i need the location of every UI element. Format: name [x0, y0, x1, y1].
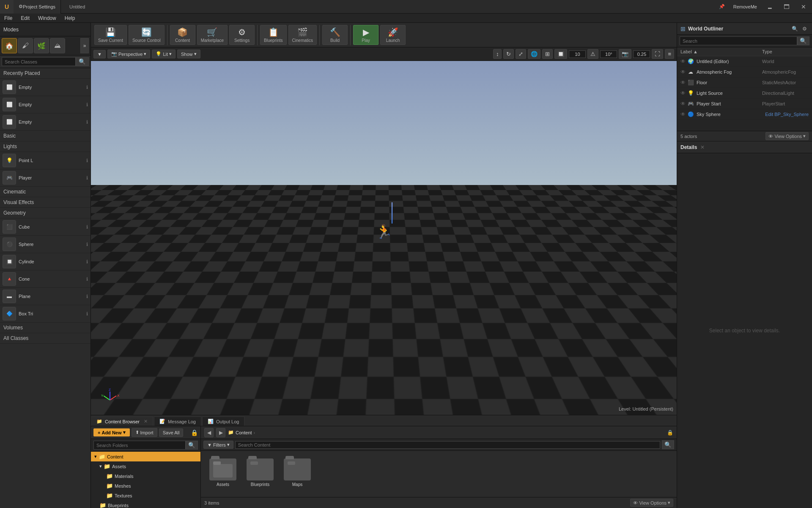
category-basic[interactable]: Basic: [0, 131, 91, 141]
tab-output-log[interactable]: 📊 Output Log: [202, 417, 244, 426]
wo-search-icon[interactable]: 🔍: [790, 25, 800, 33]
search-classes-button[interactable]: 🔍: [76, 57, 89, 66]
list-item[interactable]: ▬ Plane ℹ: [0, 288, 91, 305]
content-browser-close[interactable]: ✕: [144, 419, 148, 424]
menu-help[interactable]: Help: [60, 15, 80, 21]
wo-eye-player[interactable]: 👁: [680, 101, 686, 107]
lit-button[interactable]: 💡 Lit ▾: [152, 50, 176, 58]
foliage-mode-icon[interactable]: 🌿: [34, 38, 49, 53]
rotate-icon[interactable]: ↻: [503, 49, 514, 59]
item-info-1[interactable]: ℹ: [86, 85, 88, 90]
wo-view-options-button[interactable]: 👁 View Options ▾: [765, 132, 809, 140]
content-search-button[interactable]: 🔍: [662, 440, 674, 449]
list-item[interactable]: ⬜ Empty ℹ: [0, 96, 91, 113]
search-classes-input[interactable]: [2, 57, 76, 66]
wo-type-sky[interactable]: Edit BP_Sky_Sphere: [765, 112, 809, 117]
item-info-cylinde[interactable]: ℹ: [86, 259, 88, 265]
surface-icon[interactable]: 🔲: [554, 49, 567, 59]
list-item[interactable]: ⬜ Empty ℹ: [0, 113, 91, 131]
grid-icon[interactable]: ⊞: [542, 49, 553, 59]
tree-item-content[interactable]: ▾ 📁 Content: [91, 452, 200, 461]
project-settings-button[interactable]: ⚙ Project Settings: [14, 0, 61, 14]
list-item[interactable]: 🔲 Cylinde ℹ: [0, 253, 91, 271]
minimize-button[interactable]: 🗕: [761, 0, 778, 14]
save-all-button[interactable]: Save All: [159, 428, 184, 437]
list-item[interactable]: 🎮 Player ℹ: [0, 169, 91, 187]
world-icon[interactable]: 🌐: [528, 49, 540, 59]
angle-value[interactable]: 10°: [600, 50, 617, 58]
content-folder-assets[interactable]: Assets: [206, 456, 240, 489]
viewport-3d[interactable]: 🏃 X Y Z Level: Untitled (Persistent): [91, 61, 677, 415]
item-info-cube[interactable]: ℹ: [86, 224, 88, 230]
wo-item-light-source[interactable]: 👁 💡 Light Source DirectionalLight: [677, 88, 812, 99]
tree-item-assets[interactable]: ▾ 📁 Assets: [91, 461, 200, 471]
category-volumes[interactable]: Volumes: [0, 323, 91, 333]
folder-search-button[interactable]: 🔍: [186, 441, 198, 450]
landscape-mode-icon[interactable]: ⛰: [50, 38, 65, 53]
wo-eye-floor[interactable]: 👁: [680, 80, 686, 86]
close-button[interactable]: ✕: [795, 0, 812, 14]
category-visual-effects[interactable]: Visual Effects: [0, 197, 91, 208]
list-item[interactable]: 🔺 Cone ℹ: [0, 271, 91, 288]
paint-mode-icon[interactable]: 🖌: [18, 38, 33, 53]
tab-message-log[interactable]: 📝 Message Log: [154, 417, 201, 426]
details-close-button[interactable]: ✕: [700, 144, 705, 150]
category-all-classes[interactable]: All Classes: [0, 333, 91, 344]
tab-content-browser[interactable]: 📁 Content Browser ✕: [91, 417, 153, 426]
scale-icon[interactable]: ⤢: [516, 49, 526, 59]
wo-eye-untitled[interactable]: 👁: [680, 58, 686, 64]
maximize-button[interactable]: 🗖: [778, 0, 795, 14]
wo-eye-sky[interactable]: 👁: [680, 111, 686, 117]
list-item[interactable]: 💡 Point L ℹ: [0, 152, 91, 169]
nav-forward-button[interactable]: ▶: [216, 428, 225, 437]
pin-button[interactable]: 📌: [715, 4, 729, 9]
tree-item-materials[interactable]: 📁 Materials: [91, 471, 200, 481]
build-button[interactable]: 🔨 Build: [322, 25, 348, 45]
list-item[interactable]: ⬜ Empty ℹ: [0, 79, 91, 96]
item-info-3[interactable]: ℹ: [86, 119, 88, 125]
camera-icon[interactable]: 📷: [619, 49, 631, 59]
item-info-player[interactable]: ℹ: [86, 175, 88, 181]
settings-vp-icon[interactable]: ≡: [665, 49, 674, 59]
tree-item-meshes[interactable]: 📁 Meshes: [91, 481, 200, 491]
play-button[interactable]: ▶ Play: [353, 25, 379, 45]
list-item[interactable]: ⬛ Cube ℹ: [0, 218, 91, 236]
wo-item-player-start[interactable]: 👁 🎮 Player Start PlayerStart: [677, 99, 812, 109]
wo-search-button[interactable]: 🔍: [797, 36, 809, 45]
source-control-button[interactable]: 🔄 Source Control: [129, 25, 165, 45]
wo-eye-light[interactable]: 👁: [680, 90, 686, 96]
category-lights[interactable]: Lights: [0, 141, 91, 152]
item-info-plane[interactable]: ℹ: [86, 294, 88, 299]
angle-icon[interactable]: ⚠: [587, 49, 598, 59]
category-recently-placed[interactable]: Recently Placed: [0, 68, 91, 79]
tree-item-textures[interactable]: 📁 Textures: [91, 491, 200, 500]
snap-grid-value[interactable]: 10: [569, 50, 586, 58]
maximize-viewport-icon[interactable]: ⛶: [652, 49, 663, 59]
content-button[interactable]: 📦 Content: [170, 25, 195, 45]
translate-icon[interactable]: ↕: [493, 49, 502, 59]
show-button[interactable]: Show ▾: [177, 50, 200, 58]
menu-window[interactable]: Window: [34, 15, 60, 21]
item-info-pl[interactable]: ℹ: [86, 158, 88, 163]
perspective-button[interactable]: 📷 Perspective ▾: [107, 50, 150, 58]
menu-edit[interactable]: Edit: [16, 15, 34, 21]
category-geometry[interactable]: Geometry: [0, 208, 91, 218]
launch-button[interactable]: 🚀 Launch: [380, 25, 406, 45]
list-item[interactable]: 🔷 Box Tri ℹ: [0, 305, 91, 323]
cinematics-button[interactable]: 🎬 Cinematics: [288, 25, 317, 45]
viewport-type-dropdown[interactable]: ▼: [93, 50, 106, 58]
wo-item-sky-sphere[interactable]: 👁 🔵 Sky Sphere Edit BP_Sky_Sphere: [677, 109, 812, 120]
save-current-button[interactable]: 💾 Save Current: [94, 25, 127, 45]
wo-eye-fog[interactable]: 👁: [680, 69, 686, 75]
nav-back-button[interactable]: ◀: [204, 428, 214, 437]
settings-button[interactable]: ⚙ Settings: [229, 25, 255, 45]
item-info-2[interactable]: ℹ: [86, 102, 88, 108]
item-info-sphere[interactable]: ℹ: [86, 242, 88, 247]
category-cinematic[interactable]: Cinematic: [0, 187, 91, 197]
content-folder-maps[interactable]: Maps: [280, 456, 314, 489]
wo-item-atmospheric-fog[interactable]: 👁 ☁ Atmospheric Fog AtmosphericFog: [677, 67, 812, 77]
expand-modes-button[interactable]: »: [80, 38, 89, 53]
wo-item-untitled[interactable]: 👁 🌍 Untitled (Editor) World: [677, 56, 812, 67]
wo-item-floor[interactable]: 👁 ⬛ Floor StaticMeshActor: [677, 77, 812, 88]
lock-folder-icon[interactable]: 🔒: [191, 429, 198, 436]
